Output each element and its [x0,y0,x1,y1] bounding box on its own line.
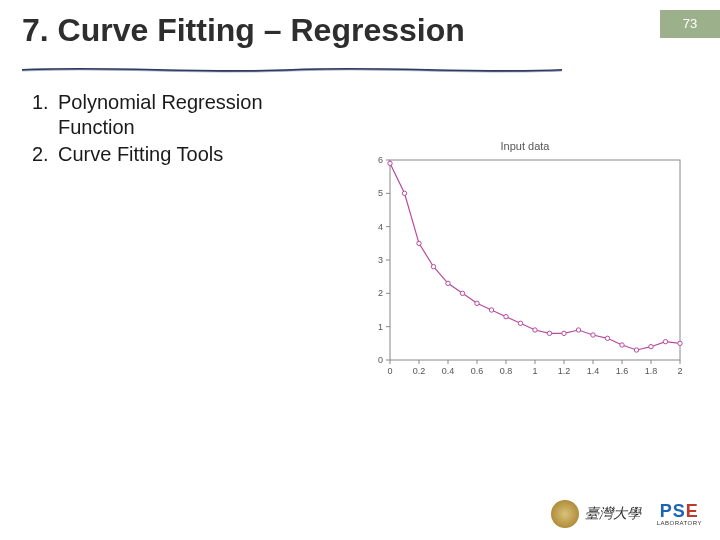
svg-point-49 [562,331,566,335]
pse-logo: PSE LABORATORY [657,502,702,526]
list-number: 1. [32,90,58,140]
svg-point-38 [402,191,406,195]
list-text: Polynomial Regression Function [58,90,263,140]
svg-point-45 [504,314,508,318]
svg-point-54 [634,348,638,352]
svg-point-41 [446,281,450,285]
ntu-text: 臺灣大學 [585,505,641,523]
slide: 73 7. Curve Fitting – Regression 1. Poly… [0,0,720,540]
svg-point-53 [620,343,624,347]
svg-text:1.2: 1.2 [558,366,571,376]
svg-point-55 [649,344,653,348]
svg-point-52 [605,336,609,340]
page-number-badge: 73 [660,10,720,38]
svg-text:1.8: 1.8 [645,366,658,376]
svg-point-40 [431,264,435,268]
content-list: 1. Polynomial Regression Function 2. Cur… [32,90,342,169]
svg-text:2: 2 [378,288,383,298]
page-number: 73 [683,16,697,31]
chart-title: Input data [360,140,690,152]
chart-container: Input data 00.20.40.60.811.21.41.61.8201… [360,140,690,390]
list-item: 2. Curve Fitting Tools [32,142,342,167]
svg-point-42 [460,291,464,295]
svg-text:1.6: 1.6 [616,366,629,376]
svg-point-51 [591,333,595,337]
svg-text:0: 0 [378,355,383,365]
svg-text:1: 1 [532,366,537,376]
svg-point-43 [475,301,479,305]
svg-point-57 [678,341,682,345]
svg-point-39 [417,241,421,245]
footer-logos: 臺灣大學 PSE LABORATORY [551,500,702,528]
svg-text:2: 2 [677,366,682,376]
svg-point-56 [663,339,667,343]
svg-text:0.8: 0.8 [500,366,513,376]
svg-point-44 [489,308,493,312]
svg-text:1: 1 [378,322,383,332]
svg-text:1.4: 1.4 [587,366,600,376]
svg-point-50 [576,328,580,332]
slide-title: 7. Curve Fitting – Regression [22,12,465,49]
svg-text:4: 4 [378,222,383,232]
svg-text:0.2: 0.2 [413,366,426,376]
svg-point-37 [388,161,392,165]
svg-text:5: 5 [378,188,383,198]
svg-text:3: 3 [378,255,383,265]
svg-point-48 [547,331,551,335]
pse-subtitle: LABORATORY [657,520,702,526]
list-item: 1. Polynomial Regression Function [32,90,342,140]
title-underline [22,66,562,74]
svg-text:0: 0 [387,366,392,376]
list-number: 2. [32,142,58,167]
chart-plot: 00.20.40.60.811.21.41.61.820123456 [360,154,690,384]
svg-point-46 [518,321,522,325]
pse-letters: PSE [660,502,699,520]
svg-text:0.6: 0.6 [471,366,484,376]
ntu-seal-icon [551,500,579,528]
svg-text:0.4: 0.4 [442,366,455,376]
svg-text:6: 6 [378,155,383,165]
list-text: Curve Fitting Tools [58,142,223,167]
svg-point-47 [533,328,537,332]
